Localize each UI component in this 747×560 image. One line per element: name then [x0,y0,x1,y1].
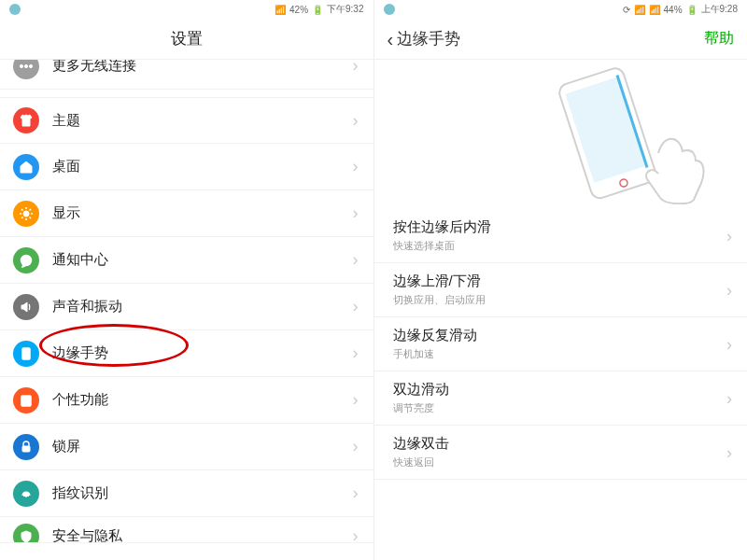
phone-gesture-icon [486,64,728,204]
row-label: 锁屏 [52,438,353,455]
edge-gesture-pane: ⟳ 📶 📶 44% 🔋 上午9:28 ‹ 边缘手势 帮助 [374,0,748,560]
row-double-edge[interactable]: 双边滑动 调节亮度 › [374,371,748,426]
settings-list[interactable]: 更多无线连接 › 主题 › 桌面 › 显示 › 通知中心 › [0,60,374,560]
row-sub: 快速选择桌面 [393,239,733,253]
battery-icon: 🔋 [312,5,323,15]
row-title: 按住边缘后内滑 [393,218,733,236]
signal-icon: 📶 [275,5,286,15]
gesture-illustration [374,60,748,209]
help-button[interactable]: 帮助 [704,29,734,49]
battery-icon: 🔋 [686,5,698,15]
app-badge-icon [384,4,395,15]
row-fingerprint[interactable]: 指纹识别 › [0,470,374,517]
row-theme[interactable]: 主题 › [0,97,374,144]
chevron-right-icon: › [353,483,359,503]
nav-bar-right: ‹ 边缘手势 帮助 [374,19,748,60]
svg-line-8 [21,209,23,211]
svg-point-12 [21,255,32,265]
row-label: 安全与隐私 [52,527,353,543]
chevron-right-icon: › [726,226,732,245]
page-title: 设置 [171,28,203,49]
chevron-right-icon: › [353,437,359,456]
chevron-right-icon: › [353,250,359,270]
signal-icon: 📶 [649,5,660,15]
row-label: 通知中心 [52,251,353,269]
row-sub: 切换应用、启动应用 [393,293,733,307]
row-edge-updown[interactable]: 边缘上滑/下滑 切换应用、启动应用 › [374,263,748,317]
nav-back-label: 边缘手势 [397,28,460,49]
app-badge-icon [9,4,21,15]
row-label: 边缘手势 [52,344,353,362]
chevron-right-icon: › [726,442,732,462]
clock: 下午9:32 [327,3,363,16]
battery-pct: 44% [664,5,683,15]
row-label: 声音和振动 [52,298,353,315]
dots-icon [13,60,39,79]
chevron-right-icon: › [353,297,359,316]
chevron-right-icon: › [726,388,732,408]
row-edge-repeat[interactable]: 边缘反复滑动 手机加速 › [374,317,748,371]
home-icon [13,154,39,180]
chat-icon [13,247,39,273]
wifi-icon: 📶 [634,5,645,15]
chevron-right-icon: › [353,157,359,176]
svg-point-3 [23,211,29,217]
status-bar-right: ⟳ 📶 📶 44% 🔋 上午9:28 [374,0,748,19]
star-icon [13,387,39,413]
chevron-right-icon: › [353,526,359,543]
chevron-right-icon: › [353,203,359,223]
row-edge-gesture[interactable]: 边缘手势 › [0,330,374,377]
svg-point-1 [24,64,27,67]
row-label: 更多无线连接 [52,60,353,75]
row-title: 双边滑动 [393,381,733,399]
chevron-right-icon: › [353,390,359,410]
row-notification[interactable]: 通知中心 › [0,237,374,284]
shield-icon [13,524,39,544]
fingerprint-icon [13,481,39,507]
row-security[interactable]: 安全与隐私 › [0,517,374,543]
nav-bar-left: 设置 [0,19,374,60]
svg-rect-14 [21,396,31,406]
row-label: 主题 [52,112,353,130]
row-label: 显示 [52,204,353,222]
status-bar-left: 📶 42% 🔋 下午9:32 [0,0,374,19]
row-display[interactable]: 显示 › [0,190,374,237]
back-button[interactable]: ‹ 边缘手势 [388,28,461,49]
speaker-icon [13,294,39,320]
row-label: 桌面 [52,158,353,175]
row-label: 个性功能 [52,391,353,409]
chevron-right-icon: › [353,60,359,76]
row-sub: 调节亮度 [393,401,733,415]
row-label: 指纹识别 [52,484,353,502]
row-title: 边缘上滑/下滑 [393,273,733,290]
svg-rect-16 [22,446,30,452]
battery-pct: 42% [289,5,308,15]
shirt-icon [13,107,39,133]
row-lockscreen[interactable]: 锁屏 › [0,424,374,470]
row-sub: 手机加速 [393,347,733,361]
row-title: 边缘反复滑动 [393,327,733,344]
phone-icon [13,341,39,367]
chevron-right-icon: › [726,334,732,354]
settings-pane: 📶 42% 🔋 下午9:32 设置 更多无线连接 › 主题 › 桌面 › [0,0,374,560]
svg-rect-13 [22,348,30,359]
gesture-list[interactable]: 按住边缘后内滑 快速选择桌面 › 边缘上滑/下滑 切换应用、启动应用 › 边缘反… [374,209,748,560]
chevron-left-icon: ‹ [388,30,394,49]
svg-line-9 [30,217,32,218]
row-edge-doubletap[interactable]: 边缘双击 快速返回 › [374,426,748,480]
row-desktop[interactable]: 桌面 › [0,144,374,190]
row-more-wireless[interactable]: 更多无线连接 › [0,60,374,90]
row-hold-edge-slide[interactable]: 按住边缘后内滑 快速选择桌面 › [374,209,748,263]
svg-point-2 [29,64,32,67]
row-sound[interactable]: 声音和振动 › [0,284,374,330]
clock: 上午9:28 [701,3,738,16]
svg-point-0 [20,64,22,67]
row-personality[interactable]: 个性功能 › [0,377,374,424]
chevron-right-icon: › [726,280,732,300]
chevron-right-icon: › [353,343,359,363]
sun-icon [13,201,39,227]
chevron-right-icon: › [353,111,359,131]
row-title: 边缘双击 [393,435,733,453]
sync-icon: ⟳ [623,5,630,15]
lock-icon [13,434,39,460]
